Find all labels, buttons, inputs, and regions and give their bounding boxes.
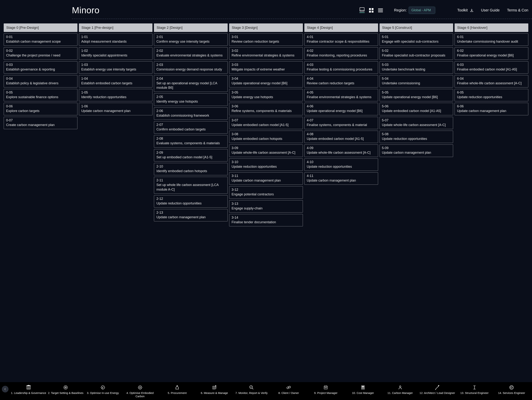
- task-code: 4-07: [307, 118, 376, 122]
- task-card[interactable]: 4-08Update embodied carbon model [A1-5]: [304, 131, 378, 143]
- task-card[interactable]: 3-05Update energy use hotspots: [229, 89, 303, 101]
- task-card[interactable]: 3-11Update carbon management plan: [229, 172, 303, 185]
- task-card[interactable]: 6-04Finalise whole-life carbon assessmen…: [455, 75, 528, 87]
- task-card[interactable]: 1-02Identify specialist appointments: [79, 47, 153, 60]
- task-card[interactable]: 2-07Confirm embodied carbon targets: [154, 121, 228, 134]
- task-card[interactable]: 4-10Update reduction opportunities: [304, 159, 378, 171]
- task-card[interactable]: 1-06Update carbon management plan: [79, 103, 153, 115]
- task-card[interactable]: 2-11Set up whole life carbon assessment …: [154, 177, 228, 194]
- view-mode-switcher: [360, 8, 383, 13]
- task-card[interactable]: 2-08Evaluate systems, components & mater…: [154, 135, 228, 148]
- task-card[interactable]: 4-05Finalise environmental strategies & …: [304, 89, 378, 101]
- task-card[interactable]: 4-01Finalise contractor scope & responsi…: [304, 33, 378, 46]
- task-card[interactable]: 4-02Finalise monitoring, reporting proce…: [304, 47, 378, 60]
- task-card[interactable]: 4-04Review carbon reduction targets: [304, 75, 378, 87]
- task-card[interactable]: 4-03Finalise testing & commissioning pro…: [304, 61, 378, 74]
- task-card[interactable]: 5-02Finalise specialist sub-contractor p…: [380, 47, 453, 60]
- task-card[interactable]: 2-02Evaluate environmental strategies & …: [154, 47, 228, 60]
- task-card[interactable]: 3-13Engage supply-chain: [229, 200, 303, 213]
- task-card[interactable]: 2-05Identify energy use hotspots: [154, 93, 228, 106]
- task-card[interactable]: 0-01Establish carbon management scope: [4, 33, 77, 46]
- task-card[interactable]: 2-04Set up an operational energy model […: [154, 75, 228, 92]
- task-card[interactable]: 5-09Update carbon management plan: [380, 144, 453, 157]
- task-card[interactable]: 3-09Update whole-life carbon assessment …: [229, 144, 303, 157]
- task-title: Confirm energy use intensity targets: [156, 39, 225, 44]
- task-card[interactable]: 2-03Commission energy demand response st…: [154, 61, 228, 74]
- logo: Minoro: [72, 5, 100, 15]
- task-card[interactable]: 5-08Update reduction opportunities: [380, 131, 453, 143]
- task-card[interactable]: 5-07Update whole-life carbon assessment …: [380, 117, 453, 129]
- task-card[interactable]: 0-06Explore carbon targets: [4, 103, 77, 115]
- task-code: 0-06: [6, 104, 75, 108]
- task-card[interactable]: 3-12Engage potential contractors: [229, 186, 303, 199]
- task-code: 5-04: [382, 77, 451, 81]
- task-card[interactable]: 3-03Mitigate impacts of extreme weather: [229, 61, 303, 74]
- task-card[interactable]: 4-11Update carbon management plan: [304, 172, 378, 185]
- task-card[interactable]: 5-04Undertake commissioning: [380, 75, 453, 87]
- task-card[interactable]: 6-01Undertake commissioning handover aud…: [455, 33, 528, 46]
- task-card[interactable]: 1-05Identify reduction opportunities: [79, 89, 153, 101]
- task-title: Finalise testing & commissioning procedu…: [307, 67, 376, 71]
- task-card[interactable]: 2-01Confirm energy use intensity targets: [154, 33, 228, 46]
- task-card[interactable]: 3-01Review carbon reduction targets: [229, 33, 303, 46]
- stage-header: Stage 1 [Pre-design]: [79, 23, 153, 32]
- task-card[interactable]: 3-14Finalise tender documentation: [229, 214, 303, 226]
- task-card[interactable]: 1-03Establish energy use intensity targe…: [79, 61, 153, 74]
- task-card[interactable]: 5-05Update operational energy model [B6]: [380, 89, 453, 101]
- view-list-icon[interactable]: [378, 8, 383, 13]
- task-card[interactable]: 3-04Update operational energy model [B6]: [229, 75, 303, 87]
- nav-user-guide[interactable]: User Guide: [481, 8, 500, 12]
- task-title: Establish policy & legislative drivers: [6, 81, 75, 85]
- task-card[interactable]: 6-06Update carbon management plan: [455, 103, 528, 115]
- download-icon[interactable]: [470, 8, 474, 12]
- task-card[interactable]: 4-07Finalise systems, components & mater…: [304, 117, 378, 129]
- task-card[interactable]: 0-05Explore sustainable finance options: [4, 89, 77, 101]
- task-code: 5-01: [382, 35, 451, 39]
- task-card[interactable]: 6-02Finalise operational energy model [B…: [455, 47, 528, 60]
- task-card[interactable]: 2-13Update carbon management plan: [154, 209, 228, 221]
- task-card[interactable]: 0-04Establish policy & legislative drive…: [4, 75, 77, 87]
- stage-column: Stage 6 [Handover]6-01Undertake commissi…: [455, 23, 528, 226]
- task-card[interactable]: 0-03Establish governance & reporting: [4, 61, 77, 74]
- task-code: 5-07: [382, 118, 451, 122]
- task-code: 3-13: [232, 202, 300, 206]
- task-card[interactable]: 2-09Set up embodied carbon model [A1-5]: [154, 149, 228, 161]
- task-card[interactable]: 3-06Refine systems, components & materia…: [229, 103, 303, 115]
- task-card[interactable]: 1-01Adopt measurement standards: [79, 33, 153, 46]
- task-title: Finalise whole-life carbon assessment [A…: [457, 81, 526, 85]
- svg-rect-4: [369, 11, 371, 13]
- task-code: 4-03: [307, 63, 376, 67]
- nav-terms[interactable]: Terms & Con: [507, 8, 528, 12]
- task-card[interactable]: 3-07Update embodied carbon model [A1-5]: [229, 117, 303, 129]
- task-card[interactable]: 1-04Establish embodied carbon targets: [79, 75, 153, 87]
- task-code: 2-01: [156, 35, 225, 39]
- task-card[interactable]: 5-03Undertake benchmark testing: [380, 61, 453, 74]
- task-card[interactable]: 5-06Update embodied carbon model [A1-A5]: [380, 103, 453, 115]
- task-card[interactable]: 2-10Identify embodied carbon hotspots: [154, 163, 228, 175]
- task-code: 2-11: [156, 178, 225, 182]
- task-code: 5-03: [382, 63, 451, 67]
- task-title: Update operational energy model [B6]: [382, 95, 451, 99]
- task-card[interactable]: 0-07Create carbon management plan: [4, 117, 77, 129]
- view-panel-icon[interactable]: [360, 8, 365, 13]
- nav-toolkit[interactable]: Toolkit: [457, 8, 468, 12]
- header: Minoro Region: Global - APM Toolkit User…: [0, 0, 532, 19]
- task-card[interactable]: 2-06Establish commissioning framework: [154, 107, 228, 120]
- task-card[interactable]: 6-03Finalise embodied carbon model [A1-A…: [455, 61, 528, 74]
- task-code: 4-11: [307, 174, 376, 178]
- task-code: 0-01: [6, 35, 75, 39]
- task-card[interactable]: 4-06Update operational energy model [B6]: [304, 103, 378, 115]
- task-title: Finalise environmental strategies & syst…: [307, 95, 376, 99]
- task-card[interactable]: 5-01Engage with specialist sub-contracto…: [380, 33, 453, 46]
- task-code: 2-10: [156, 165, 225, 168]
- task-card[interactable]: 6-05Update reduction opportunities: [455, 89, 528, 101]
- task-card[interactable]: 3-10Update reduction opportunities: [229, 159, 303, 171]
- view-grid-icon[interactable]: [369, 8, 374, 13]
- task-card[interactable]: 3-08Update embodied carbon hotspots: [229, 131, 303, 143]
- task-card[interactable]: 4-09Update whole-life carbon assessment …: [304, 144, 378, 157]
- task-card[interactable]: 0-02Challenge the project premise / need: [4, 47, 77, 60]
- region-dropdown[interactable]: Global - APM: [409, 7, 435, 14]
- task-card[interactable]: 2-12Update reduction opportunities: [154, 195, 228, 207]
- task-card[interactable]: 3-02Refine environmental strategies & sy…: [229, 47, 303, 60]
- task-title: Adopt measurement standards: [81, 39, 150, 44]
